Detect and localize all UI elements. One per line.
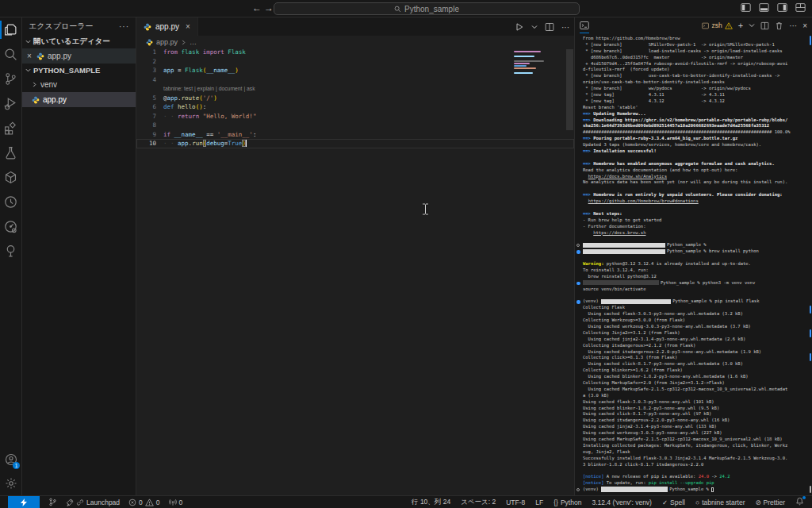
status-label: 行 10、列 24: [412, 498, 450, 507]
open-editors-section[interactable]: 開いているエディター: [22, 35, 136, 48]
lightning-icon: [21, 498, 27, 506]
activity-bar-remote-explorer-icon[interactable]: [0, 214, 21, 239]
terminal-line: [583, 255, 810, 261]
status-eol[interactable]: LF: [535, 498, 543, 506]
command-decoration-success[interactable]: [576, 282, 580, 286]
terminal-line: To reinstall 3.12.4, run:: [583, 267, 810, 274]
command-decoration-success[interactable]: [576, 300, 580, 304]
breadcrumb[interactable]: app.py …: [136, 37, 574, 48]
terminal-line: (venv) Python_sample % pip install Flask: [583, 298, 810, 305]
problems-item[interactable]: 0 0: [128, 498, 159, 506]
terminal-line: Collecting blinker>=1.6.2 (from Flask): [583, 368, 810, 374]
explorer-more-actions-icon[interactable]: ···: [119, 22, 129, 31]
terminal-line: [583, 468, 810, 474]
status-language-mode[interactable]: {}Python: [553, 498, 581, 506]
notification-dot: [802, 496, 806, 499]
terminal-line: Using cached itsdangerous-2.2.0-py3-none…: [583, 418, 810, 424]
folder-section[interactable]: PYTHON_SAMPLE: [22, 64, 136, 77]
terminal-tab-zsh[interactable]: zsh: [702, 21, 732, 29]
status-python-interpreter[interactable]: 3.12.4 ('venv': venv): [592, 498, 652, 506]
chevron-right-icon: [181, 40, 186, 45]
run-dropdown-chevron-icon[interactable]: [531, 24, 538, 30]
status-spell[interactable]: ✓Spell: [662, 498, 685, 506]
status-tabnine[interactable]: ○tabnine starter: [695, 498, 745, 506]
link-icon: [76, 498, 84, 506]
codelens-row: tabnine: test | explain | document | ask: [136, 84, 574, 94]
remote-indicator[interactable]: [8, 496, 40, 508]
account-icon[interactable]: 1: [0, 448, 21, 471]
terminal-line: Warning: python@3.12 3.12.4 is already i…: [583, 261, 810, 267]
status-bar: Launchpad 0 0 0 行 10、列 24スペース: 2UTF-8LF{…: [0, 495, 812, 508]
tree-item-venv[interactable]: venv: [22, 77, 136, 92]
terminal-cursor: [711, 487, 714, 492]
ports-item[interactable]: 0: [169, 498, 183, 506]
toggle-panel-icon[interactable]: [759, 2, 769, 13]
activity-bar-todo-tree-icon[interactable]: [0, 239, 21, 264]
terminal-line: Updated 3 taps (homebrew/services, homeb…: [583, 142, 810, 148]
tab-app-py[interactable]: app.py ×: [136, 17, 198, 36]
terminal-link[interactable]: https://docs.brew.sh/Analytics: [588, 174, 667, 179]
launchpad-item[interactable]: Launchpad: [66, 498, 120, 506]
minimap-line: [514, 51, 541, 52]
close-panel-icon[interactable]: ×: [802, 21, 807, 30]
terminal-view-icon[interactable]: [580, 17, 589, 33]
status-prettier[interactable]: ⊘Prettier: [755, 498, 785, 506]
toggle-sidebar-icon[interactable]: [741, 2, 751, 13]
activity-bar-package-icon[interactable]: [0, 165, 21, 190]
tab-label: app.py: [155, 22, 179, 31]
tabnine-codelens[interactable]: tabnine: test | explain | document | ask: [163, 86, 255, 91]
activity-bar-search-icon[interactable]: [0, 42, 21, 67]
terminal-dropdown-chevron-icon[interactable]: [749, 22, 755, 29]
code-editor[interactable]: 1from flask import Flask23app = Flask(__…: [136, 48, 574, 495]
command-decoration-success[interactable]: [576, 250, 580, 254]
status-cursor-position[interactable]: 行 10、列 24: [412, 498, 450, 507]
source-control-branch-icon[interactable]: [48, 498, 57, 506]
forward-icon[interactable]: →: [264, 2, 274, 13]
activity-bar-source-control-icon[interactable]: [0, 67, 21, 91]
terminal-line: Using cached blinker-1.8.2-py3-none-any.…: [583, 406, 810, 412]
customize-layout-icon[interactable]: [795, 2, 806, 13]
activity-bar: 1: [0, 17, 22, 495]
activity-bar-explorer-icon[interactable]: [0, 17, 21, 42]
activity-bar-timeline-icon[interactable]: [0, 190, 21, 214]
command-decoration[interactable]: [576, 244, 580, 247]
line-number: 4: [136, 75, 163, 85]
back-icon[interactable]: ←: [252, 2, 262, 13]
run-python-file-icon[interactable]: [515, 22, 524, 32]
status-label: tabnine starter: [702, 498, 745, 506]
kill-terminal-trash-icon[interactable]: [775, 21, 783, 30]
command-decoration[interactable]: [576, 488, 580, 491]
terminal-link[interactable]: https://github.com/Homebrew/brew#donatio…: [588, 198, 699, 203]
activity-bar-testing-icon[interactable]: [0, 140, 21, 165]
terminal-line: Using cached blinker-1.8.2-py3-none-any.…: [583, 374, 810, 380]
command-center-search[interactable]: Python_sample: [274, 2, 580, 15]
terminal-link[interactable]: https://docs.brew.sh: [593, 230, 645, 235]
terminal-content[interactable]: From https://github.com/Homebrew/brew * …: [575, 33, 812, 495]
notifications-bell-icon[interactable]: [795, 497, 804, 507]
slash-icon: ⊘: [755, 498, 760, 506]
tree-item-app.py[interactable]: app.py: [22, 92, 136, 107]
terminal-line: - Run brew help to get started: [583, 217, 810, 224]
status-label: Prettier: [764, 498, 785, 506]
status-label: UTF-8: [506, 498, 525, 506]
close-icon[interactable]: ×: [27, 52, 33, 60]
activity-bar-run-debug-icon[interactable]: [0, 91, 21, 116]
split-editor-icon[interactable]: [545, 22, 554, 32]
open-editor-item[interactable]: × app.py: [22, 48, 136, 64]
minimap-line: [514, 67, 536, 69]
panel-more-actions-icon[interactable]: ···: [789, 21, 797, 30]
tab-close-icon[interactable]: ×: [186, 22, 190, 31]
status-label: 3.12.4 ('venv': venv): [592, 498, 652, 506]
editor-scrollbar[interactable]: [566, 49, 573, 130]
toggle-secondary-sidebar-icon[interactable]: [777, 2, 787, 13]
minimap[interactable]: [514, 51, 563, 75]
redacted-user-path-block: [583, 280, 659, 285]
status-indentation[interactable]: スペース: 2: [461, 498, 496, 507]
editor-more-actions-icon[interactable]: ···: [561, 23, 569, 32]
activity-bar-extensions-icon[interactable]: [0, 116, 21, 140]
new-terminal-icon[interactable]: +: [738, 21, 743, 30]
status-encoding[interactable]: UTF-8: [506, 498, 525, 506]
settings-gear-icon[interactable]: [0, 471, 21, 495]
code-line: 6def hello():: [136, 102, 574, 112]
split-terminal-icon[interactable]: [760, 21, 769, 30]
